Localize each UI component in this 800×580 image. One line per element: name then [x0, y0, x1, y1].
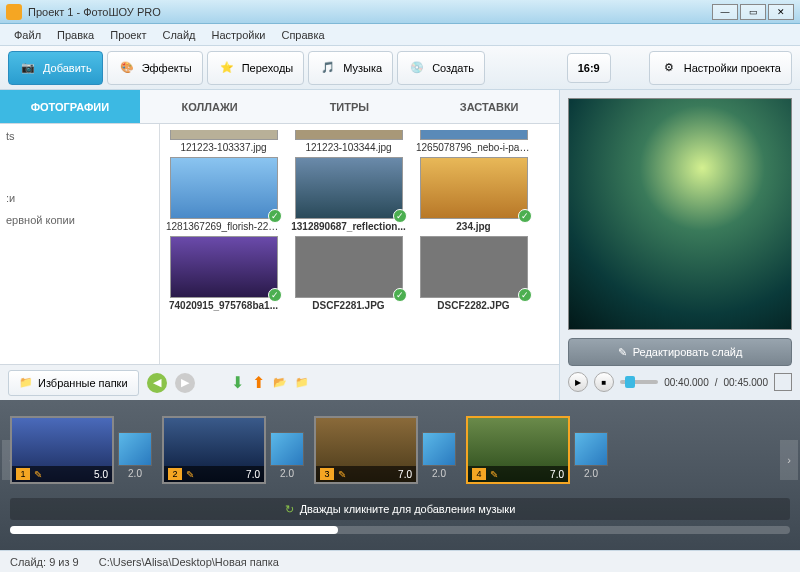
thumb-item[interactable]: ✓DSCF2281.JPG [291, 236, 406, 311]
slider-handle[interactable] [625, 376, 635, 388]
slide-duration: 7.0 [550, 469, 564, 480]
status-path: C:\Users\Alisa\Desktop\Новая папка [99, 556, 279, 568]
pencil-icon[interactable]: ✎ [490, 469, 498, 480]
menu-settings[interactable]: Настройки [204, 27, 274, 43]
thumb-item[interactable]: ✓1312890687_reflection... [291, 157, 406, 232]
folder-icon[interactable]: 📁 [295, 376, 309, 389]
folder-tree[interactable]: ts :и ервной копии [0, 124, 160, 364]
create-button[interactable]: 💿 Создать [397, 51, 485, 85]
thumb-item[interactable]: ✓DSCF2282.JPG [416, 236, 531, 311]
transition-duration: 2.0 [584, 468, 598, 479]
check-icon: ✓ [393, 288, 407, 302]
up-arrow-icon[interactable]: ⬆ [252, 373, 265, 392]
stop-button[interactable]: ■ [594, 372, 614, 392]
thumb-item[interactable]: 1265078796_nebo-i-palma... [416, 130, 531, 153]
forward-button[interactable]: ▶ [175, 373, 195, 393]
thumb-item[interactable]: 121223-103337.jpg [166, 130, 281, 153]
play-button[interactable]: ▶ [568, 372, 588, 392]
titlebar: Проект 1 - ФотоШОУ PRO — ▭ ✕ [0, 0, 800, 24]
preview[interactable] [568, 98, 792, 330]
music-icon: 🎵 [319, 59, 337, 77]
statusbar: Слайд: 9 из 9 C:\Users\Alisa\Desktop\Нов… [0, 550, 800, 572]
thumb-item[interactable]: ✓74020915_975768ba1... [166, 236, 281, 311]
app-icon [6, 4, 22, 20]
fullscreen-button[interactable] [774, 373, 792, 391]
minimize-button[interactable]: — [712, 4, 738, 20]
slide-number: 3 [320, 468, 334, 480]
thumb-item[interactable]: ✓1281367269_florish-22.jpg [166, 157, 281, 232]
favorites-button[interactable]: 📁 Избранные папки [8, 370, 139, 396]
preview-pane: ✎ Редактировать слайд ▶ ■ 00:40.000 / 00… [560, 90, 800, 400]
music-label: Музыка [343, 62, 382, 74]
slide-item[interactable]: 3✎7.0 2.0 [314, 416, 458, 484]
subtab-screensavers[interactable]: ЗАСТАВКИ [419, 90, 559, 123]
aspect-ratio[interactable]: 16:9 [567, 53, 611, 83]
tree-text: :и [6, 192, 153, 204]
subtab-collages[interactable]: КОЛЛАЖИ [140, 90, 280, 123]
menu-file[interactable]: Файл [6, 27, 49, 43]
preview-image [569, 99, 791, 329]
timeline-next[interactable]: › [780, 440, 798, 480]
menu-project[interactable]: Проект [102, 27, 154, 43]
status-slide: Слайд: 9 из 9 [10, 556, 79, 568]
project-settings-button[interactable]: ⚙ Настройки проекта [649, 51, 792, 85]
pencil-icon: ✎ [618, 346, 627, 359]
thumb-item[interactable]: ✓234.jpg [416, 157, 531, 232]
subtabs: ФОТОГРАФИИ КОЛЛАЖИ ТИТРЫ ЗАСТАВКИ [0, 90, 559, 124]
star-icon: ⭐ [218, 59, 236, 77]
timeline-scrollbar[interactable] [10, 526, 790, 534]
pencil-icon[interactable]: ✎ [338, 469, 346, 480]
transition[interactable]: 2.0 [268, 432, 306, 484]
slide-item[interactable]: 4✎7.0 2.0 [466, 416, 610, 484]
transition[interactable]: 2.0 [420, 432, 458, 484]
check-icon: ✓ [393, 209, 407, 223]
thumbnails: 121223-103337.jpg 121223-103344.jpg 1265… [160, 124, 559, 364]
transition-thumb [574, 432, 608, 466]
add-button[interactable]: 📷 Добавить [8, 51, 103, 85]
slide-duration: 7.0 [246, 469, 260, 480]
check-icon: ✓ [268, 288, 282, 302]
edit-slide-button[interactable]: ✎ Редактировать слайд [568, 338, 792, 366]
music-track[interactable]: ↻ Дважды кликните для добавления музыки [10, 498, 790, 520]
thumb-item[interactable]: 121223-103344.jpg [291, 130, 406, 153]
transition[interactable]: 2.0 [572, 432, 610, 484]
edit-slide-label: Редактировать слайд [633, 346, 743, 358]
slide-duration: 5.0 [94, 469, 108, 480]
down-arrow-icon[interactable]: ⬇ [231, 373, 244, 392]
slide-item[interactable]: 2✎7.0 2.0 [162, 416, 306, 484]
menu-edit[interactable]: Правка [49, 27, 102, 43]
effects-label: Эффекты [142, 62, 192, 74]
transition[interactable]: 2.0 [116, 432, 154, 484]
check-icon: ✓ [268, 209, 282, 223]
pencil-icon[interactable]: ✎ [34, 469, 42, 480]
menu-help[interactable]: Справка [273, 27, 332, 43]
maximize-button[interactable]: ▭ [740, 4, 766, 20]
slides-track[interactable]: 1✎5.0 2.0 2✎7.0 2.0 3✎7.0 2.0 4✎7.0 2.0 [10, 410, 790, 490]
timeline: ‹ › 1✎5.0 2.0 2✎7.0 2.0 3✎7.0 2.0 4✎7.0 … [0, 400, 800, 550]
playback-bar: ▶ ■ 00:40.000 / 00:45.000 [568, 372, 792, 392]
pencil-icon[interactable]: ✎ [186, 469, 194, 480]
seek-slider[interactable] [620, 380, 658, 384]
favorites-label: Избранные папки [38, 377, 128, 389]
subtab-titles[interactable]: ТИТРЫ [280, 90, 420, 123]
add-label: Добавить [43, 62, 92, 74]
folder-open-icon[interactable]: 📂 [273, 376, 287, 389]
project-settings-label: Настройки проекта [684, 62, 781, 74]
transitions-button[interactable]: ⭐ Переходы [207, 51, 305, 85]
refresh-icon: ↻ [285, 503, 294, 516]
effects-button[interactable]: 🎨 Эффекты [107, 51, 203, 85]
menu-slide[interactable]: Слайд [154, 27, 203, 43]
palette-icon: 🎨 [118, 59, 136, 77]
back-button[interactable]: ◀ [147, 373, 167, 393]
time-sep: / [715, 377, 718, 388]
close-button[interactable]: ✕ [768, 4, 794, 20]
folder-icon: 📁 [19, 376, 33, 389]
scrollbar-thumb[interactable] [10, 526, 338, 534]
toolbar: 📷 Добавить 🎨 Эффекты ⭐ Переходы 🎵 Музыка… [0, 46, 800, 90]
time-total: 00:45.000 [724, 377, 769, 388]
check-icon: ✓ [518, 209, 532, 223]
music-button[interactable]: 🎵 Музыка [308, 51, 393, 85]
menubar: Файл Правка Проект Слайд Настройки Справ… [0, 24, 800, 46]
subtab-photos[interactable]: ФОТОГРАФИИ [0, 90, 140, 123]
slide-item[interactable]: 1✎5.0 2.0 [10, 416, 154, 484]
